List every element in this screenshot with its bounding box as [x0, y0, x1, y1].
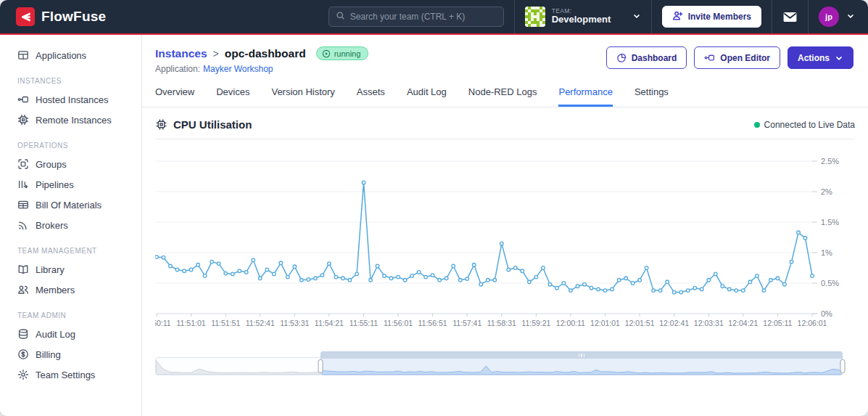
sidebar: ApplicationsINSTANCESHosted InstancesRem… — [0, 35, 142, 416]
sidebar-item-groups[interactable]: Groups — [0, 154, 141, 174]
sidebar-item-label: Applications — [36, 50, 86, 61]
tab-settings[interactable]: Settings — [635, 86, 669, 107]
audit-log-icon — [17, 328, 29, 340]
sidebar-item-label: Team Settings — [36, 370, 95, 380]
main-content: Instances > opc-dashboard running Applic… — [142, 35, 868, 416]
person-plus-icon — [672, 10, 683, 23]
tab-overview[interactable]: Overview — [155, 86, 194, 107]
sidebar-item-label: Brokers — [36, 220, 68, 231]
svg-text:1%: 1% — [821, 248, 832, 257]
sidebar-item-label: Billing — [36, 349, 61, 360]
svg-text:11:55:11: 11:55:11 — [350, 319, 378, 327]
chevron-down-icon — [632, 10, 641, 23]
sidebar-item-label: Remote Instances — [36, 115, 112, 126]
sidebar-item-bill-of-materials[interactable]: Bill Of Materials — [0, 195, 141, 215]
tab-bar: OverviewDevicesVersion HistoryAssetsAudi… — [155, 86, 855, 107]
navbar-divider — [772, 0, 772, 33]
live-status-label: Connected to Live Data — [764, 120, 855, 130]
search-input[interactable] — [350, 12, 497, 22]
status-badge-label: running — [334, 49, 361, 58]
brand[interactable]: FlowFuse — [16, 7, 106, 26]
flowfuse-logo-icon — [16, 7, 35, 26]
brush-handle-left[interactable] — [318, 359, 323, 373]
sidebar-item-label: Audit Log — [36, 329, 75, 340]
sidebar-item-billing[interactable]: Billing — [0, 344, 141, 364]
svg-text:1.5%: 1.5% — [821, 218, 839, 227]
bill-of-materials-icon — [17, 199, 29, 211]
cpu-chart: 0%0.5%1%1.5%2%2.5%11:50:1111:51:0111:51:… — [155, 142, 855, 343]
sidebar-section-header-instances: INSTANCES — [0, 65, 141, 89]
sidebar-item-brokers[interactable]: Brokers — [0, 215, 141, 235]
sidebar-item-remote-instances[interactable]: Remote Instances — [0, 110, 141, 130]
sidebar-item-label: Members — [36, 285, 75, 295]
svg-text:11:51:51: 11:51:51 — [211, 319, 240, 327]
live-status: Connected to Live Data — [754, 120, 855, 130]
breadcrumb-instances-link[interactable]: Instances — [155, 47, 207, 60]
groups-icon — [17, 158, 29, 170]
svg-text:12:06:01: 12:06:01 — [798, 319, 827, 327]
brush-unselected-area[interactable] — [155, 357, 321, 375]
svg-text:11:59:21: 11:59:21 — [521, 319, 550, 327]
brush-drag-bar[interactable] — [321, 352, 842, 359]
user-menu[interactable]: jp — [819, 7, 855, 27]
sidebar-item-applications[interactable]: Applications — [0, 45, 141, 65]
dashboard-button[interactable]: Dashboard — [606, 46, 687, 69]
svg-text:12:03:31: 12:03:31 — [694, 319, 724, 327]
svg-text:11:50:11: 11:50:11 — [155, 319, 171, 327]
cpu-utilisation-section: CPU Utilisation Connected to Live Data 0… — [155, 118, 855, 375]
application-label: Application: — [155, 64, 200, 74]
pipelines-icon — [17, 179, 29, 190]
svg-text:12:04:21: 12:04:21 — [728, 319, 758, 327]
svg-text:12:02:41: 12:02:41 — [659, 319, 689, 327]
sidebar-item-hosted-instances[interactable]: Hosted Instances — [0, 89, 141, 110]
tab-assets[interactable]: Assets — [357, 86, 385, 107]
tab-node-red-logs[interactable]: Node-RED Logs — [468, 86, 537, 107]
invite-members-button[interactable]: Invite Members — [662, 6, 761, 28]
sidebar-item-library[interactable]: Library — [0, 259, 141, 280]
brush-handle-right[interactable] — [840, 359, 846, 373]
members-icon — [17, 284, 29, 295]
applications-icon — [17, 49, 29, 61]
page-header: Instances > opc-dashboard running Applic… — [155, 35, 855, 74]
svg-text:11:51:01: 11:51:01 — [177, 319, 206, 327]
svg-text:11:53:31: 11:53:31 — [280, 319, 309, 327]
chart-header: CPU Utilisation Connected to Live Data — [155, 118, 855, 139]
svg-text:12:05:11: 12:05:11 — [763, 319, 792, 327]
svg-text:11:56:01: 11:56:01 — [384, 319, 413, 327]
open-editor-button-label: Open Editor — [720, 53, 770, 63]
navbar-divider — [651, 0, 652, 33]
open-editor-button[interactable]: Open Editor — [694, 46, 780, 69]
remote-instances-icon — [17, 114, 29, 126]
tab-version-history[interactable]: Version History — [271, 86, 334, 107]
sidebar-item-pipelines[interactable]: Pipelines — [0, 174, 141, 195]
svg-text:11:58:31: 11:58:31 — [487, 319, 516, 327]
actions-button[interactable]: Actions — [788, 46, 853, 69]
brand-name: FlowFuse — [41, 9, 106, 25]
header-buttons: Dashboard Open Editor Actions — [606, 46, 853, 69]
time-range-selector[interactable] — [155, 351, 843, 375]
tab-audit-log[interactable]: Audit Log — [407, 86, 447, 107]
sidebar-item-audit-log[interactable]: Audit Log — [0, 324, 141, 344]
tab-devices[interactable]: Devices — [216, 86, 249, 107]
play-circle-icon — [322, 49, 331, 58]
team-selector[interactable]: TEAM: Development — [525, 7, 641, 27]
brush-selection[interactable] — [321, 351, 843, 375]
team-avatar — [525, 7, 545, 27]
tabs-divider — [142, 107, 868, 107]
application-link[interactable]: Mayker Workshop — [203, 64, 273, 74]
tab-performance[interactable]: Performance — [558, 86, 612, 107]
team-search[interactable] — [328, 7, 504, 27]
dashboard-button-label: Dashboard — [632, 53, 677, 63]
sidebar-item-team-settings[interactable]: Team Settings — [0, 364, 141, 385]
top-navbar: FlowFuse TEAM: Development — [0, 0, 868, 33]
live-status-dot — [754, 122, 760, 128]
library-icon — [17, 264, 29, 275]
sidebar-section-header-team-management: TEAM MANAGEMENT — [0, 235, 141, 259]
cpu-line-chart-svg: 0%0.5%1%1.5%2%2.5%11:50:1111:51:0111:51:… — [155, 142, 857, 340]
app-window: FlowFuse TEAM: Development — [0, 0, 868, 416]
chevron-down-icon — [835, 54, 843, 62]
pie-chart-icon — [616, 53, 627, 63]
sidebar-item-members[interactable]: Members — [0, 280, 141, 300]
mail-icon[interactable] — [782, 9, 798, 25]
svg-text:0%: 0% — [821, 309, 832, 318]
